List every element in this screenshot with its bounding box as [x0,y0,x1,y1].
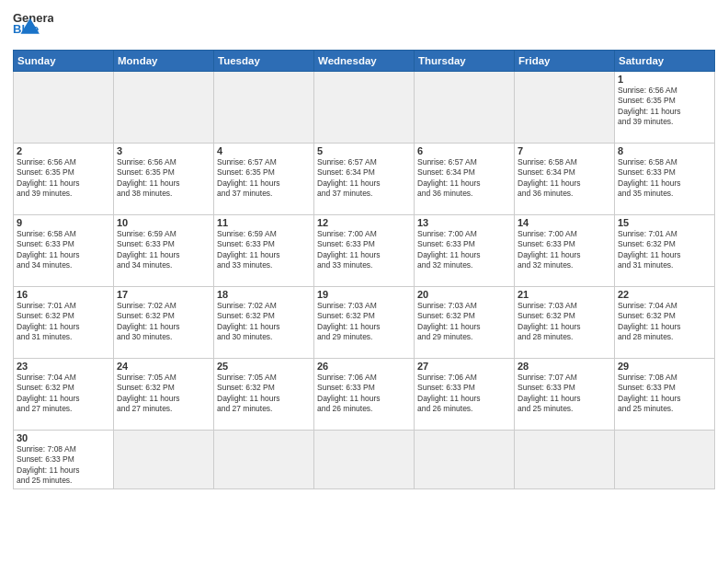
calendar-cell [314,72,415,144]
day-info: Sunrise: 7:03 AMSunset: 6:32 PMDaylight:… [417,301,511,343]
day-info: Sunrise: 6:56 AMSunset: 6:35 PMDaylight:… [618,86,711,128]
weekday-thursday: Thursday [415,51,515,72]
day-number: 13 [417,217,511,228]
calendar-cell: 25Sunrise: 7:05 AMSunset: 6:32 PMDayligh… [214,359,314,431]
calendar-cell: 17Sunrise: 7:02 AMSunset: 6:32 PMDayligh… [114,287,214,359]
day-number: 16 [17,289,110,300]
day-info: Sunrise: 7:01 AMSunset: 6:32 PMDaylight:… [17,301,110,343]
calendar-cell: 16Sunrise: 7:01 AMSunset: 6:32 PMDayligh… [14,287,114,359]
day-number: 30 [17,432,110,443]
calendar-cell: 30Sunrise: 7:08 AMSunset: 6:33 PMDayligh… [14,431,114,489]
day-info: Sunrise: 6:57 AMSunset: 6:34 PMDaylight:… [317,157,411,200]
day-number: 1 [618,74,711,85]
calendar-cell: 6Sunrise: 6:57 AMSunset: 6:34 PMDaylight… [415,144,515,215]
calendar-week-2: 9Sunrise: 6:58 AMSunset: 6:33 PMDaylight… [14,215,715,287]
day-info: Sunrise: 7:07 AMSunset: 6:33 PMDaylight:… [518,373,611,415]
day-info: Sunrise: 7:05 AMSunset: 6:32 PMDaylight:… [217,373,311,415]
calendar-cell [214,431,314,489]
calendar-cell: 7Sunrise: 6:58 AMSunset: 6:34 PMDaylight… [515,144,615,215]
calendar-cell: 29Sunrise: 7:08 AMSunset: 6:33 PMDayligh… [615,359,715,431]
weekday-friday: Friday [515,51,615,72]
calendar-header: SundayMondayTuesdayWednesdayThursdayFrid… [14,51,715,72]
day-number: 10 [117,217,210,228]
calendar-cell: 24Sunrise: 7:05 AMSunset: 6:32 PMDayligh… [114,359,214,431]
day-info: Sunrise: 7:05 AMSunset: 6:32 PMDaylight:… [117,373,210,415]
day-number: 23 [17,361,110,372]
calendar-cell [515,431,615,489]
day-info: Sunrise: 7:06 AMSunset: 6:33 PMDaylight:… [317,373,411,415]
day-info: Sunrise: 7:00 AMSunset: 6:33 PMDaylight:… [417,229,511,271]
day-info: Sunrise: 7:03 AMSunset: 6:32 PMDaylight:… [518,301,611,343]
day-info: Sunrise: 6:59 AMSunset: 6:33 PMDaylight:… [217,229,311,271]
calendar-cell: 21Sunrise: 7:03 AMSunset: 6:32 PMDayligh… [515,287,615,359]
day-number: 26 [317,361,411,372]
calendar-cell [114,72,214,144]
weekday-tuesday: Tuesday [214,51,314,72]
day-number: 12 [317,217,411,228]
day-number: 25 [217,361,311,372]
calendar-cell [314,431,415,489]
day-info: Sunrise: 7:04 AMSunset: 6:32 PMDaylight:… [17,373,110,415]
day-info: Sunrise: 6:58 AMSunset: 6:33 PMDaylight:… [618,157,711,200]
day-info: Sunrise: 6:56 AMSunset: 6:35 PMDaylight:… [17,157,110,200]
calendar-cell: 23Sunrise: 7:04 AMSunset: 6:32 PMDayligh… [14,359,114,431]
day-info: Sunrise: 7:03 AMSunset: 6:32 PMDaylight:… [317,301,411,343]
calendar-cell: 26Sunrise: 7:06 AMSunset: 6:33 PMDayligh… [314,359,415,431]
calendar-cell: 9Sunrise: 6:58 AMSunset: 6:33 PMDaylight… [14,215,114,287]
day-number: 28 [518,361,611,372]
day-info: Sunrise: 7:02 AMSunset: 6:32 PMDaylight:… [117,301,210,343]
calendar-cell [415,431,515,489]
day-info: Sunrise: 7:04 AMSunset: 6:32 PMDaylight:… [618,301,711,343]
weekday-wednesday: Wednesday [314,51,415,72]
calendar-week-1: 2Sunrise: 6:56 AMSunset: 6:35 PMDaylight… [14,144,715,215]
calendar-week-5: 30Sunrise: 7:08 AMSunset: 6:33 PMDayligh… [14,431,715,489]
calendar-cell: 15Sunrise: 7:01 AMSunset: 6:32 PMDayligh… [615,215,715,287]
calendar-cell: 18Sunrise: 7:02 AMSunset: 6:32 PMDayligh… [214,287,314,359]
calendar-cell: 19Sunrise: 7:03 AMSunset: 6:32 PMDayligh… [314,287,415,359]
calendar-cell [214,72,314,144]
day-info: Sunrise: 7:01 AMSunset: 6:32 PMDaylight:… [618,229,711,271]
calendar: SundayMondayTuesdayWednesdayThursdayFrid… [13,50,715,489]
calendar-week-4: 23Sunrise: 7:04 AMSunset: 6:32 PMDayligh… [14,359,715,431]
day-info: Sunrise: 7:08 AMSunset: 6:33 PMDaylight:… [17,444,110,487]
calendar-body: 1Sunrise: 6:56 AMSunset: 6:35 PMDaylight… [14,72,715,489]
day-number: 7 [518,145,611,156]
day-number: 8 [618,145,711,156]
day-number: 2 [17,145,110,156]
day-number: 24 [117,361,210,372]
calendar-week-0: 1Sunrise: 6:56 AMSunset: 6:35 PMDaylight… [14,72,715,144]
calendar-cell: 20Sunrise: 7:03 AMSunset: 6:32 PMDayligh… [415,287,515,359]
day-number: 14 [518,217,611,228]
day-number: 15 [618,217,711,228]
calendar-cell: 12Sunrise: 7:00 AMSunset: 6:33 PMDayligh… [314,215,415,287]
weekday-monday: Monday [114,51,214,72]
day-number: 18 [217,289,311,300]
calendar-cell: 13Sunrise: 7:00 AMSunset: 6:33 PMDayligh… [415,215,515,287]
day-info: Sunrise: 6:57 AMSunset: 6:35 PMDaylight:… [217,157,311,200]
calendar-cell: 14Sunrise: 7:00 AMSunset: 6:33 PMDayligh… [515,215,615,287]
day-info: Sunrise: 7:08 AMSunset: 6:33 PMDaylight:… [618,373,711,415]
day-number: 17 [117,289,210,300]
day-number: 22 [618,289,711,300]
day-number: 19 [317,289,411,300]
day-info: Sunrise: 6:56 AMSunset: 6:35 PMDaylight:… [117,157,210,200]
day-number: 21 [518,289,611,300]
calendar-cell: 27Sunrise: 7:06 AMSunset: 6:33 PMDayligh… [415,359,515,431]
calendar-cell: 2Sunrise: 6:56 AMSunset: 6:35 PMDaylight… [14,144,114,215]
calendar-cell [14,72,114,144]
calendar-cell: 4Sunrise: 6:57 AMSunset: 6:35 PMDaylight… [214,144,314,215]
day-info: Sunrise: 7:02 AMSunset: 6:32 PMDaylight:… [217,301,311,343]
calendar-cell [415,72,515,144]
day-number: 20 [417,289,511,300]
header: General Blue [13,9,715,44]
calendar-cell: 3Sunrise: 6:56 AMSunset: 6:35 PMDaylight… [114,144,214,215]
day-info: Sunrise: 6:57 AMSunset: 6:34 PMDaylight:… [417,157,511,200]
calendar-cell: 5Sunrise: 6:57 AMSunset: 6:34 PMDaylight… [314,144,415,215]
calendar-cell [615,431,715,489]
calendar-cell [114,431,214,489]
day-number: 9 [17,217,110,228]
day-info: Sunrise: 7:06 AMSunset: 6:33 PMDaylight:… [417,373,511,415]
day-number: 3 [117,145,210,156]
weekday-saturday: Saturday [615,51,715,72]
day-info: Sunrise: 6:58 AMSunset: 6:34 PMDaylight:… [518,157,611,200]
